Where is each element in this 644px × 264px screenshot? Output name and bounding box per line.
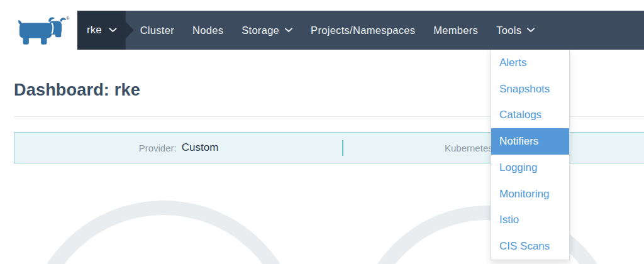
menu-item-snapshots[interactable]: Snapshots [491, 76, 569, 102]
nav-items: Cluster Nodes Storage Projects/Namespace… [140, 11, 535, 50]
cluster-switcher-label: rke [87, 24, 102, 36]
nav-item-label: Cluster [140, 25, 174, 36]
menu-item-cis-scans[interactable]: CIS Scans [491, 233, 569, 260]
menu-item-notifiers[interactable]: Notifiers [491, 128, 569, 155]
menu-item-monitoring[interactable]: Monitoring [491, 181, 569, 207]
provider-cell: Provider: Custom [14, 133, 343, 163]
provider-value: Custom [182, 141, 219, 154]
page-title: Dashboard: rke [14, 80, 140, 100]
tools-dropdown-menu: Alerts Snapshots Catalogs Notifiers Logg… [491, 50, 570, 260]
nav-item-cluster[interactable]: Cluster [140, 25, 174, 36]
nav-item-label: Members [433, 25, 478, 36]
menu-item-logging[interactable]: Logging [491, 155, 569, 181]
top-navbar: rke Cluster Nodes Storage [77, 11, 644, 50]
nav-item-label: Projects/Namespaces [311, 25, 415, 36]
registered-trademark: ® [66, 16, 69, 21]
menu-item-istio[interactable]: Istio [491, 207, 569, 234]
kubernetes-version-label: Kubernetes [445, 143, 493, 153]
nav-item-members[interactable]: Members [433, 25, 478, 36]
chevron-down-icon [109, 28, 117, 33]
nav-item-storage[interactable]: Storage [242, 25, 292, 36]
nav-item-label: Nodes [192, 25, 223, 36]
provider-label: Provider: [139, 143, 177, 153]
menu-item-catalogs[interactable]: Catalogs [491, 102, 569, 129]
chevron-down-icon [285, 28, 292, 33]
nav-item-tools[interactable]: Tools [496, 25, 535, 36]
nav-item-label: Tools [496, 25, 521, 36]
info-cell-divider [342, 140, 343, 156]
rancher-dashboard-page: ® rke Cluster Nodes Storage [0, 0, 644, 264]
nav-item-label: Storage [242, 25, 279, 36]
gauge-ring-right [355, 206, 620, 264]
cluster-switcher-rke[interactable]: rke [77, 11, 134, 50]
menu-item-alerts[interactable]: Alerts [491, 50, 569, 76]
nav-item-nodes[interactable]: Nodes [192, 25, 223, 36]
nav-item-projects-namespaces[interactable]: Projects/Namespaces [311, 25, 415, 36]
rancher-logo[interactable]: ® [15, 16, 70, 47]
chevron-down-icon [527, 28, 535, 33]
gauge-ring-left [25, 201, 303, 264]
